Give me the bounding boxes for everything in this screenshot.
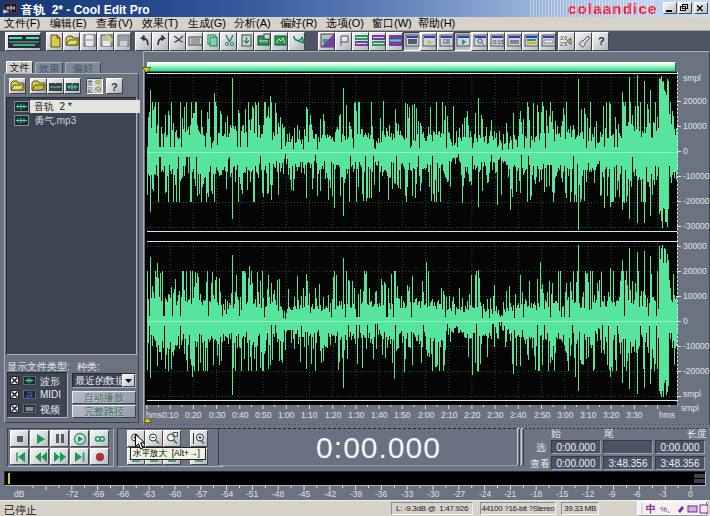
svg-text:888: 888 bbox=[510, 39, 519, 45]
svg-text:发: 发 bbox=[87, 79, 93, 86]
svg-text:%。: %。 bbox=[660, 505, 675, 514]
svg-text:?: ? bbox=[111, 81, 118, 93]
svg-text:2:5: 2:5 bbox=[560, 41, 567, 47]
svg-text:中: 中 bbox=[646, 503, 656, 514]
svg-text:0:15: 0:15 bbox=[493, 39, 504, 45]
svg-text:?: ? bbox=[598, 35, 605, 47]
svg-text:足: 足 bbox=[87, 87, 93, 93]
